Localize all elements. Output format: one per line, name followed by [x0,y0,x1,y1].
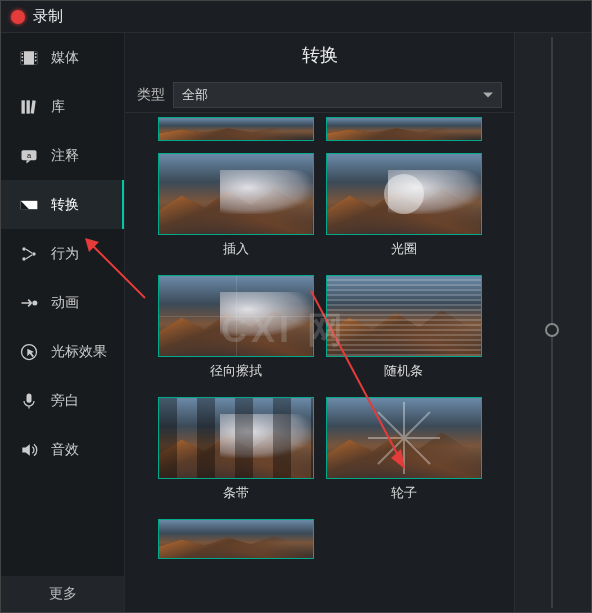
tile-label: 插入 [158,235,314,263]
svg-rect-4 [22,56,24,58]
svg-line-22 [404,412,430,438]
cursor-effects-icon [19,342,39,362]
microphone-icon [19,391,39,411]
sidebar-item-library[interactable]: 库 [1,82,124,131]
type-dropdown[interactable]: 全部 [173,82,502,108]
svg-point-16 [22,257,25,260]
svg-line-26 [378,438,404,464]
svg-line-28 [378,412,404,438]
transition-tile[interactable] [158,519,314,559]
record-icon [11,10,25,24]
svg-rect-5 [22,59,24,61]
transition-tile[interactable]: 随机条 [326,275,482,385]
sidebar-item-label: 媒体 [51,49,79,67]
behaviors-icon [19,244,39,264]
sidebar-item-media[interactable]: 媒体 [1,33,124,82]
sidebar-item-label: 动画 [51,294,79,312]
tile-label: 光圈 [326,235,482,263]
transition-icon [19,195,39,215]
sidebar-item-label: 音效 [51,441,79,459]
animation-icon [19,293,39,313]
sidebar-item-transitions[interactable]: 转换 [1,180,124,229]
sidebar-item-label: 转换 [51,196,79,214]
sidebar-item-label: 行为 [51,245,79,263]
sidebar-more[interactable]: 更多 [1,576,124,612]
record-button[interactable]: 录制 [33,7,63,26]
svg-rect-7 [35,56,37,58]
speaker-icon [19,440,39,460]
svg-rect-20 [27,393,32,402]
slider-handle[interactable] [545,323,559,337]
svg-point-17 [32,252,35,255]
transition-tile[interactable]: 轮子 [326,397,482,507]
svg-rect-3 [22,53,24,55]
tile-label: 轮子 [326,479,482,507]
panel-title: 转换 [125,33,514,77]
tile-label: 径向擦拭 [158,357,314,385]
svg-point-15 [22,247,25,250]
tile-label: 随机条 [326,357,482,385]
svg-rect-11 [31,100,36,114]
svg-point-18 [32,300,37,305]
svg-rect-9 [22,100,25,113]
transition-tile[interactable]: 插入 [158,153,314,263]
media-icon [19,48,39,68]
library-icon [19,97,39,117]
transition-tile[interactable]: 径向擦拭 [158,275,314,385]
transition-tile[interactable]: 渐变擦拭 [326,117,482,141]
transition-tile[interactable]: 光圈 [326,153,482,263]
sidebar-item-cursor[interactable]: 光标效果 [1,327,124,376]
sidebar-item-annotations[interactable]: a 注释 [1,131,124,180]
sidebar: 媒体 库 a 注释 转换 行为 动画 [1,33,125,612]
sidebar-item-audio[interactable]: 音效 [1,425,124,474]
sidebar-item-label: 注释 [51,147,79,165]
right-panel [515,33,591,612]
annotation-icon: a [19,146,39,166]
sidebar-item-animations[interactable]: 动画 [1,278,124,327]
sidebar-item-behaviors[interactable]: 行为 [1,229,124,278]
transition-tile[interactable]: 循环显示 [158,117,314,141]
svg-rect-6 [35,53,37,55]
svg-rect-10 [27,100,30,113]
transition-tile[interactable]: 条带 [158,397,314,507]
main-panel: 转换 类型 全部 循环显示 渐变擦拭 [125,33,515,612]
sidebar-item-label: 光标效果 [51,343,107,361]
type-dropdown-value: 全部 [182,86,208,104]
sidebar-item-label: 库 [51,98,65,116]
svg-line-24 [404,438,430,464]
sidebar-item-label: 旁白 [51,392,79,410]
tile-label: 条带 [158,479,314,507]
svg-rect-8 [35,59,37,61]
sidebar-item-voiceover[interactable]: 旁白 [1,376,124,425]
type-label: 类型 [137,86,165,104]
